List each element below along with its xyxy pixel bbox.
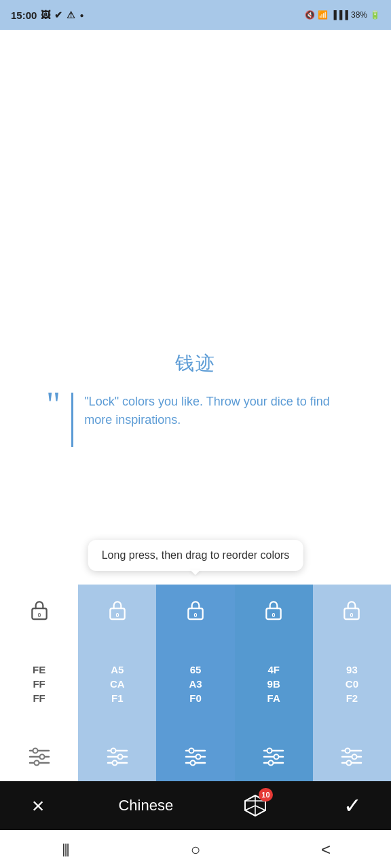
check-icon: ✓	[343, 793, 362, 818]
nav-prev-button[interactable]: <	[305, 836, 346, 863]
svg-point-5	[39, 755, 44, 760]
app-title: 钱迹	[175, 351, 216, 376]
svg-text:0: 0	[350, 612, 354, 618]
palette-col-5[interactable]: 0 93C0F2	[313, 585, 391, 781]
palette-col-2[interactable]: 0 A5CAF1	[78, 585, 156, 781]
svg-point-15	[112, 761, 117, 766]
quote-divider	[71, 393, 73, 447]
sliders-icon-1[interactable]	[27, 745, 52, 769]
palette-col-4[interactable]: 0 4F9BFA	[235, 585, 313, 781]
nav-home-button[interactable]: ○	[175, 836, 216, 863]
photo-icon: 🖼	[41, 9, 50, 20]
color-hex-3: 65A3F0	[189, 663, 202, 705]
close-button[interactable]: ×	[22, 789, 54, 822]
svg-point-19	[189, 749, 194, 753]
nav-bar: ||| ○ <	[0, 830, 391, 868]
sliders-icon-5[interactable]	[339, 745, 364, 769]
quote-block: " "Lock" colors you like. Throw your dic…	[19, 393, 372, 447]
lock-icon-5[interactable]: 0	[339, 597, 365, 623]
svg-point-31	[269, 761, 274, 766]
lock-icon-4[interactable]: 0	[261, 597, 286, 623]
svg-line-44	[255, 806, 265, 810]
palette-name-label: Chinese	[118, 797, 173, 814]
nav-back-button[interactable]: |||	[45, 836, 86, 863]
palette-col-1[interactable]: 0 FEFFFF	[0, 585, 78, 781]
mute-icon: 🔇	[305, 10, 315, 20]
svg-point-23	[191, 761, 196, 766]
tooltip-box: Long press, then drag to reorder colors	[88, 540, 303, 571]
tooltip-text: Long press, then drag to reorder colors	[102, 549, 290, 561]
svg-text:0: 0	[272, 612, 276, 618]
shield-icon: ✔	[54, 9, 62, 20]
svg-point-39	[347, 761, 352, 766]
svg-point-13	[117, 755, 122, 760]
svg-point-27	[267, 749, 272, 753]
quote-mark-icon: "	[46, 387, 60, 422]
status-right-icons: 🔇 📶 ▐▐▐ 38% 🔋	[305, 10, 380, 20]
dice-notification-badge: 10	[259, 788, 272, 802]
lock-icon-3[interactable]: 0	[183, 597, 208, 623]
svg-point-7	[34, 761, 39, 766]
battery-label: 38%	[351, 10, 367, 20]
svg-text:0: 0	[37, 612, 41, 618]
status-time: 15:00 🖼 ✔ ⚠ ●	[11, 9, 83, 21]
nav-prev-icon: <	[321, 840, 331, 859]
sliders-icon-2[interactable]	[105, 745, 130, 769]
check-button[interactable]: ✓	[337, 789, 369, 822]
sliders-icon-4[interactable]	[261, 745, 286, 769]
nav-back-icon: |||	[62, 842, 69, 857]
warning-icon: ⚠	[67, 9, 75, 20]
tooltip: Long press, then drag to reorder colors	[88, 540, 303, 571]
lock-icon-2[interactable]: 0	[105, 597, 130, 623]
dice-button[interactable]: 10	[238, 788, 273, 823]
color-hex-5: 93C0F2	[346, 663, 358, 705]
nav-home-icon: ○	[191, 840, 201, 859]
close-icon: ×	[32, 793, 45, 818]
color-hex-1: FEFFFF	[33, 663, 45, 705]
signal-icon: ▐▐▐	[331, 10, 348, 20]
svg-point-3	[33, 749, 37, 753]
quote-text: "Lock" colors you like. Throw your dice …	[84, 393, 345, 429]
palette-section: 0 FEFFFF 0 A5CAF1	[0, 585, 391, 781]
lock-icon-1[interactable]: 0	[26, 597, 52, 623]
svg-text:0: 0	[115, 612, 119, 618]
wifi-icon: 📶	[318, 10, 328, 20]
svg-point-37	[352, 755, 357, 760]
svg-point-35	[346, 749, 350, 753]
svg-text:0: 0	[194, 612, 198, 618]
palette-col-3[interactable]: 0 65A3F0	[156, 585, 234, 781]
status-bar: 15:00 🖼 ✔ ⚠ ● 🔇 📶 ▐▐▐ 38% 🔋	[0, 0, 391, 30]
svg-point-11	[111, 749, 115, 753]
color-hex-4: 4F9BFA	[267, 663, 280, 705]
bottom-toolbar: × Chinese 10 ✓	[0, 781, 391, 830]
svg-point-21	[196, 755, 201, 760]
svg-point-29	[274, 755, 279, 760]
dot-icon: ●	[79, 12, 83, 19]
battery-icon: 🔋	[370, 10, 380, 20]
time-label: 15:00	[11, 9, 37, 21]
sliders-icon-3[interactable]	[183, 745, 208, 769]
color-hex-2: A5CAF1	[110, 663, 125, 705]
svg-line-43	[245, 806, 255, 810]
